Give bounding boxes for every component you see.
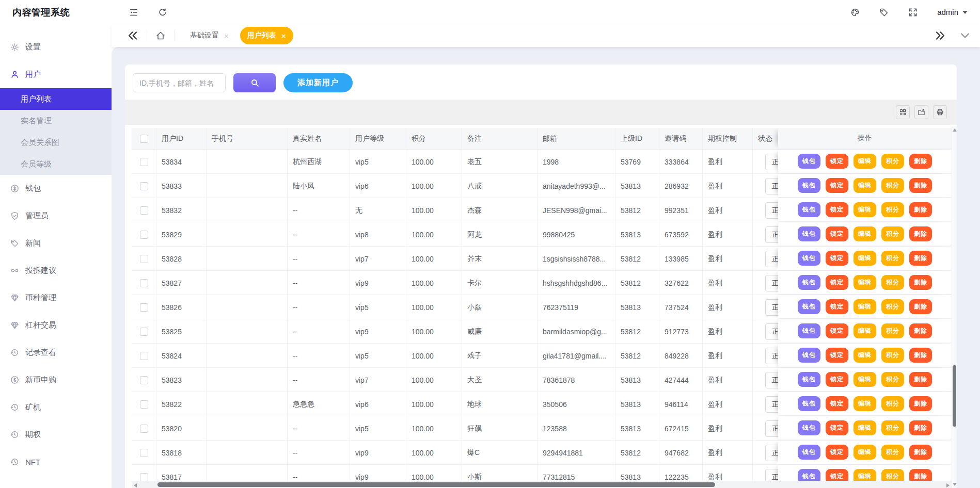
sidebar-subitem-3[interactable]: 会员等级: [0, 153, 112, 175]
sidebar-item-4[interactable]: 新闻: [0, 230, 112, 257]
tag-icon[interactable]: [879, 8, 889, 17]
scroll-left-arrow-icon[interactable]: [134, 483, 137, 487]
delete-button[interactable]: 删除: [909, 154, 932, 169]
wallet-button[interactable]: 钱包: [798, 445, 820, 460]
score-button[interactable]: 积分: [881, 372, 904, 387]
horizontal-scrollbar-thumb[interactable]: [157, 482, 715, 487]
score-button[interactable]: 积分: [881, 154, 904, 169]
score-button[interactable]: 积分: [881, 251, 904, 266]
print-icon[interactable]: [933, 105, 947, 119]
edit-button[interactable]: 编辑: [853, 178, 876, 193]
sidebar-subitem-1[interactable]: 实名管理: [0, 110, 112, 132]
delete-button[interactable]: 删除: [909, 202, 932, 217]
sidebar-item-7[interactable]: 杠杆交易: [0, 312, 112, 339]
wallet-button[interactable]: 钱包: [798, 299, 820, 314]
vertical-scrollbar-thumb[interactable]: [953, 365, 956, 427]
sidebar-item-6[interactable]: 币种管理: [0, 284, 112, 312]
delete-button[interactable]: 删除: [909, 226, 932, 241]
add-user-button[interactable]: 添加新用户: [283, 73, 353, 92]
sidebar-item-11[interactable]: 期权: [0, 421, 112, 448]
close-icon[interactable]: ×: [224, 32, 229, 40]
lock-button[interactable]: 锁定: [826, 202, 848, 217]
delete-button[interactable]: 删除: [909, 445, 932, 460]
lock-button[interactable]: 锁定: [826, 469, 848, 481]
delete-button[interactable]: 删除: [909, 420, 932, 435]
edit-button[interactable]: 编辑: [853, 348, 876, 363]
edit-button[interactable]: 编辑: [853, 469, 876, 481]
wallet-button[interactable]: 钱包: [798, 178, 820, 193]
scroll-up-arrow-icon[interactable]: [953, 128, 957, 132]
score-button[interactable]: 积分: [881, 178, 904, 193]
delete-button[interactable]: 删除: [909, 348, 932, 363]
lock-button[interactable]: 锁定: [826, 323, 848, 338]
wallet-button[interactable]: 钱包: [798, 275, 820, 290]
score-button[interactable]: 积分: [881, 299, 904, 314]
row-checkbox[interactable]: [140, 279, 148, 287]
row-checkbox[interactable]: [140, 182, 148, 190]
tabs-scroll-right-icon[interactable]: [935, 30, 946, 41]
tab-user-list[interactable]: 用户列表 ×: [240, 27, 293, 44]
vertical-scrollbar[interactable]: [952, 126, 957, 488]
sidebar-item-3[interactable]: 管理员: [0, 202, 112, 230]
row-checkbox[interactable]: [140, 425, 148, 433]
wallet-button[interactable]: 钱包: [798, 348, 820, 363]
sidebar-subitem-2[interactable]: 会员关系图: [0, 132, 112, 153]
row-checkbox[interactable]: [140, 231, 148, 239]
search-input[interactable]: [133, 73, 226, 92]
lock-button[interactable]: 锁定: [826, 372, 848, 387]
collapse-sidebar-icon[interactable]: [129, 8, 138, 17]
edit-button[interactable]: 编辑: [853, 299, 876, 314]
edit-button[interactable]: 编辑: [853, 420, 876, 435]
delete-button[interactable]: 删除: [909, 323, 932, 338]
select-all-checkbox[interactable]: [140, 135, 148, 143]
delete-button[interactable]: 删除: [909, 396, 932, 411]
row-checkbox[interactable]: [140, 328, 148, 336]
row-checkbox[interactable]: [140, 473, 148, 481]
wallet-button[interactable]: 钱包: [798, 202, 820, 217]
user-menu[interactable]: admin: [937, 8, 968, 17]
edit-button[interactable]: 编辑: [853, 445, 876, 460]
row-checkbox[interactable]: [140, 352, 148, 360]
edit-button[interactable]: 编辑: [853, 202, 876, 217]
scroll-down-arrow-icon[interactable]: [953, 483, 957, 486]
row-checkbox[interactable]: [140, 400, 148, 409]
sidebar-item-0[interactable]: 设置: [0, 34, 112, 61]
close-icon[interactable]: ×: [281, 32, 286, 40]
lock-button[interactable]: 锁定: [826, 275, 848, 290]
edit-button[interactable]: 编辑: [853, 154, 876, 169]
wallet-button[interactable]: 钱包: [798, 420, 820, 435]
delete-button[interactable]: 删除: [909, 299, 932, 314]
tabs-menu-chevron-icon[interactable]: [959, 30, 971, 41]
wallet-button[interactable]: 钱包: [798, 154, 820, 169]
lock-button[interactable]: 锁定: [826, 226, 848, 241]
row-checkbox[interactable]: [140, 255, 148, 263]
lock-button[interactable]: 锁定: [826, 420, 848, 435]
delete-button[interactable]: 删除: [909, 251, 932, 266]
delete-button[interactable]: 删除: [909, 372, 932, 387]
delete-button[interactable]: 删除: [909, 469, 932, 481]
edit-button[interactable]: 编辑: [853, 251, 876, 266]
score-button[interactable]: 积分: [881, 420, 904, 435]
score-button[interactable]: 积分: [881, 275, 904, 290]
wallet-button[interactable]: 钱包: [798, 251, 820, 266]
delete-button[interactable]: 删除: [909, 275, 932, 290]
score-button[interactable]: 积分: [881, 202, 904, 217]
tab-basic-settings[interactable]: 基础设置 ×: [183, 27, 236, 44]
row-checkbox[interactable]: [140, 449, 148, 457]
sidebar-item-9[interactable]: 新币申购: [0, 366, 112, 394]
edit-button[interactable]: 编辑: [853, 323, 876, 338]
tabs-scroll-left-icon[interactable]: [127, 30, 138, 41]
home-icon[interactable]: [155, 30, 166, 41]
fullscreen-icon[interactable]: [908, 8, 918, 17]
wallet-button[interactable]: 钱包: [798, 469, 820, 481]
wallet-button[interactable]: 钱包: [798, 323, 820, 338]
sidebar-subitem-0[interactable]: 用户列表: [0, 88, 112, 110]
lock-button[interactable]: 锁定: [826, 154, 848, 169]
row-checkbox[interactable]: [140, 206, 148, 215]
edit-button[interactable]: 编辑: [853, 275, 876, 290]
lock-button[interactable]: 锁定: [826, 348, 848, 363]
scroll-right-arrow-icon[interactable]: [946, 483, 950, 487]
score-button[interactable]: 积分: [881, 469, 904, 481]
lock-button[interactable]: 锁定: [826, 396, 848, 411]
wallet-button[interactable]: 钱包: [798, 226, 820, 241]
